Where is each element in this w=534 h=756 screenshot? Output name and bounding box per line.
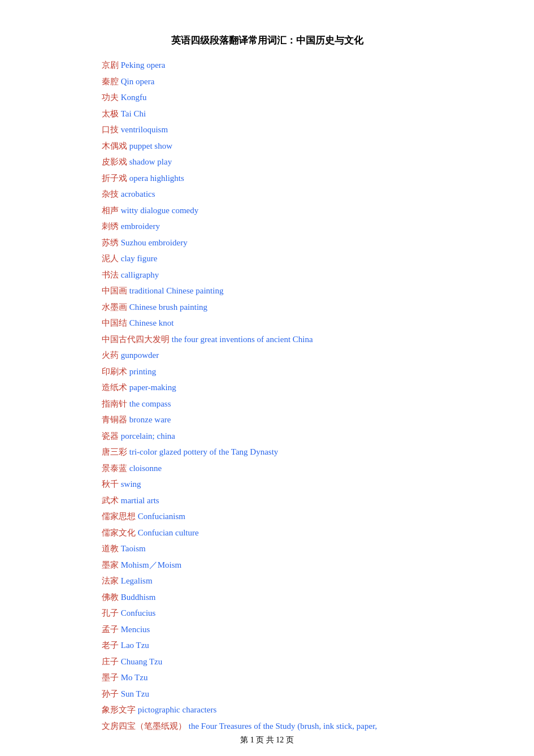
english-term: traditional Chinese painting (129, 286, 224, 295)
list-item: 儒家思想 Confucianism (102, 508, 432, 525)
english-term: printing (129, 367, 157, 376)
english-term: swing (121, 479, 141, 489)
chinese-term: 刺绣 (102, 222, 119, 231)
chinese-term: 相声 (102, 206, 119, 215)
english-term: Confucianism (138, 512, 185, 521)
page-container: 英语四级段落翻译常用词汇：中国历史与文化 京剧 Peking opera秦腔 Q… (0, 0, 534, 756)
chinese-term: 中国结 (102, 318, 127, 327)
chinese-term: 孙子 (102, 689, 119, 698)
list-item: 刺绣 embroidery (102, 218, 432, 235)
list-item: 京剧 Peking opera (102, 57, 432, 74)
english-term: Confucian culture (138, 528, 199, 537)
english-term: Confucius (121, 608, 156, 617)
chinese-term: 书法 (102, 270, 119, 279)
list-item: 文房四宝（笔墨纸观） the Four Treasures of the Stu… (102, 718, 432, 735)
list-item: 佛教 Buddhism (102, 589, 432, 606)
list-item: 青铜器 bronze ware (102, 412, 432, 428)
list-item: 庄子 Chuang Tzu (102, 654, 432, 670)
chinese-term: 儒家文化 (102, 528, 136, 537)
list-item: 中国画 traditional Chinese painting (102, 283, 432, 299)
vocab-list: 京剧 Peking opera秦腔 Qin opera功夫 Kongfu太极 T… (102, 57, 432, 734)
chinese-term: 口技 (102, 125, 119, 134)
chinese-term: 瓷器 (102, 431, 119, 440)
chinese-term: 印刷术 (102, 367, 127, 376)
english-term: the four great inventions of ancient Chi… (172, 335, 313, 344)
chinese-term: 象形文字 (102, 705, 136, 714)
chinese-term: 唐三彩 (102, 447, 127, 456)
english-term: porcelain; china (121, 431, 175, 440)
chinese-term: 指南针 (102, 399, 127, 408)
english-term: Qin opera (121, 77, 155, 86)
list-item: 水墨画 Chinese brush painting (102, 299, 432, 316)
english-term: Tai Chi (121, 109, 146, 118)
list-item: 老子 Lao Tzu (102, 637, 432, 654)
english-term: paper-making (129, 383, 176, 392)
chinese-term: 秦腔 (102, 77, 119, 86)
list-item: 墨家 Mohism／Moism (102, 557, 432, 573)
chinese-term: 杂技 (102, 189, 119, 198)
english-term: embroidery (121, 222, 160, 231)
chinese-term: 苏绣 (102, 238, 119, 247)
english-term: pictographic characters (138, 705, 217, 714)
chinese-term: 武术 (102, 496, 119, 505)
list-item: 中国古代四大发明 the four great inventions of an… (102, 331, 432, 348)
chinese-term: 老子 (102, 641, 119, 650)
list-item: 秦腔 Qin opera (102, 74, 432, 90)
english-term: Mohism／Moism (121, 560, 182, 569)
english-term: Lao Tzu (121, 641, 149, 650)
list-item: 中国结 Chinese knot (102, 315, 432, 331)
chinese-term: 墨子 (102, 673, 119, 682)
english-term: gunpowder (121, 351, 159, 360)
list-item: 印刷术 printing (102, 364, 432, 380)
list-item: 泥人 clay figure (102, 250, 432, 267)
page-title: 英语四级段落翻译常用词汇：中国历史与文化 (102, 34, 432, 47)
chinese-term: 功夫 (102, 93, 119, 102)
english-term: Mencius (121, 625, 150, 634)
list-item: 武术 martial arts (102, 493, 432, 509)
english-term: Chinese brush painting (129, 303, 207, 312)
english-term: the Four Treasures of the Study (brush, … (189, 722, 377, 731)
english-term: opera highlights (129, 174, 184, 183)
chinese-term: 孟子 (102, 625, 119, 634)
english-term: Peking opera (121, 61, 166, 70)
chinese-term: 造纸术 (102, 383, 127, 392)
english-term: tri-color glazed pottery of the Tang Dyn… (129, 447, 279, 456)
english-term: the compass (129, 399, 171, 408)
chinese-term: 文房四宝（笔墨纸观） (102, 722, 186, 731)
list-item: 象形文字 pictographic characters (102, 702, 432, 718)
list-item: 火药 gunpowder (102, 347, 432, 364)
list-item: 法家 Legalism (102, 573, 432, 589)
chinese-term: 皮影戏 (102, 157, 127, 166)
list-item: 道教 Taoism (102, 541, 432, 557)
chinese-term: 折子戏 (102, 174, 127, 183)
chinese-term: 秋千 (102, 479, 119, 489)
english-term: Chuang Tzu (121, 657, 162, 666)
list-item: 太极 Tai Chi (102, 106, 432, 122)
chinese-term: 青铜器 (102, 415, 127, 424)
list-item: 唐三彩 tri-color glazed pottery of the Tang… (102, 444, 432, 460)
list-item: 秋千 swing (102, 476, 432, 493)
list-item: 皮影戏 shadow play (102, 154, 432, 170)
list-item: 指南针 the compass (102, 396, 432, 412)
list-item: 造纸术 paper-making (102, 379, 432, 396)
english-term: cloisonne (129, 464, 162, 473)
english-term: Sun Tzu (121, 689, 149, 698)
chinese-term: 中国画 (102, 286, 127, 295)
chinese-term: 水墨画 (102, 303, 127, 312)
chinese-term: 火药 (102, 351, 119, 360)
chinese-term: 佛教 (102, 593, 119, 602)
english-term: ventriloquism (121, 125, 168, 134)
list-item: 杂技 acrobatics (102, 186, 432, 202)
list-item: 功夫 Kongfu (102, 89, 432, 106)
english-term: martial arts (121, 496, 159, 505)
list-item: 木偶戏 puppet show (102, 138, 432, 154)
chinese-term: 儒家思想 (102, 512, 136, 521)
english-term: calligraphy (121, 270, 159, 279)
list-item: 折子戏 opera highlights (102, 170, 432, 187)
list-item: 口技 ventriloquism (102, 122, 432, 138)
english-term: Buddhism (121, 593, 156, 602)
chinese-term: 庄子 (102, 657, 119, 666)
chinese-term: 木偶戏 (102, 141, 127, 150)
list-item: 苏绣 Suzhou embroidery (102, 235, 432, 251)
chinese-term: 孔子 (102, 608, 119, 617)
